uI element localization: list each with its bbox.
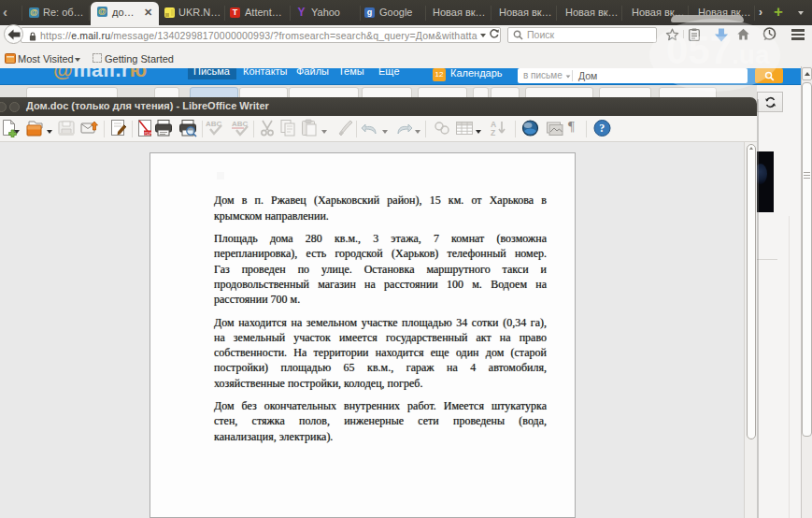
svg-text:PDF: PDF [145,131,152,136]
svg-text:Z: Z [491,128,495,137]
svg-text:?: ? [599,122,605,135]
